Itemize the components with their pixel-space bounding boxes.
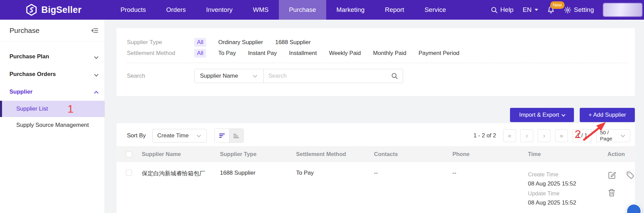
bigseller-logo-icon	[25, 4, 38, 16]
first-page-button[interactable]: «	[503, 129, 516, 142]
chevron-up-icon	[94, 91, 98, 95]
settlement-option-instant-pay[interactable]: Instant Pay	[248, 50, 277, 57]
nav-item-orders[interactable]: Orders	[156, 0, 196, 20]
sidebar-item-supply-source-management[interactable]: Supply Source Management	[0, 117, 105, 133]
settlement-option-to-pay[interactable]: To Pay	[218, 50, 236, 57]
notifications-button[interactable]: New	[547, 6, 555, 14]
collapse-sidebar-icon[interactable]	[91, 27, 98, 34]
sort-ascending-icon	[233, 132, 240, 139]
active-indicator-bar	[0, 101, 2, 117]
search-label: Search	[127, 73, 194, 79]
sidebar-subitem-label: Supply Source Management	[16, 122, 89, 129]
import-export-label: Import & Export	[519, 112, 559, 118]
nav-item-inventory[interactable]: Inventory	[196, 0, 243, 20]
sort-descending-icon	[219, 132, 225, 139]
main-content: Supplier Type All Ordinary Supplier 1688…	[105, 20, 644, 213]
pagination-range: 1 - 2 of 2	[473, 132, 496, 139]
sort-field-dropdown[interactable]: Create Time	[152, 129, 207, 142]
previous-page-button[interactable]: ‹	[520, 129, 533, 142]
search-icon[interactable]	[391, 73, 398, 79]
sidebar-item-label: Purchase Orders	[9, 71, 56, 78]
sidebar-header: Purchase	[0, 20, 105, 42]
chevron-down-icon	[197, 133, 201, 137]
cell-action	[607, 170, 635, 197]
column-time: Time	[528, 151, 607, 157]
sort-order-toggle	[215, 129, 244, 143]
chevron-down-icon	[94, 55, 98, 59]
last-page-button[interactable]: »	[555, 129, 568, 142]
row-checkbox[interactable]	[126, 170, 132, 176]
sort-descending-button[interactable]	[215, 129, 229, 142]
nav-item-service[interactable]: Service	[414, 0, 456, 20]
nav-item-report[interactable]: Report	[375, 0, 414, 20]
nav-item-wms[interactable]: WMS	[243, 0, 279, 20]
supplier-type-option-1688[interactable]: 1688 Supplier	[275, 39, 311, 46]
supplier-type-label: Supplier Type	[127, 39, 194, 46]
settlement-option-payment-period[interactable]: Payment Period	[419, 50, 460, 57]
settlement-method-label: Settlement Method	[127, 50, 194, 57]
tag-icon[interactable]	[626, 171, 635, 179]
chevron-down-icon	[561, 113, 565, 116]
settlement-option-monthly-paid[interactable]: Monthly Paid	[373, 50, 406, 57]
search-icon	[491, 6, 498, 14]
update-time-value: 08 Aug 2025 15:52	[528, 198, 607, 208]
nav-item-products[interactable]: Products	[110, 0, 156, 20]
cell-phone: --	[452, 170, 528, 176]
gear-icon	[564, 6, 572, 14]
brand[interactable]: BigSeller	[0, 4, 110, 16]
sort-by-label: Sort By	[127, 132, 146, 139]
tutorial-step-1-annotation: 1	[68, 103, 74, 114]
supplier-type-option-all[interactable]: All	[194, 38, 206, 47]
chevron-down-icon	[621, 133, 625, 137]
sort-ascending-button[interactable]	[229, 129, 243, 142]
language-label: EN	[523, 6, 531, 14]
nav-item-purchase[interactable]: Purchase	[279, 0, 326, 20]
import-export-button[interactable]: Import & Export	[510, 108, 574, 122]
settlement-method-filter: Settlement Method All To Pay Instant Pay…	[116, 48, 635, 59]
sidebar-item-supplier-list[interactable]: Supplier List 1	[0, 101, 105, 117]
chevron-down-icon	[535, 9, 538, 11]
sidebar-title: Purchase	[9, 26, 40, 35]
toolbar: Import & Export + Add Supplier	[510, 108, 635, 122]
help-label: Help	[500, 6, 513, 14]
sidebar-item-purchase-plan[interactable]: Purchase Plan	[0, 48, 105, 65]
chevron-down-icon	[253, 73, 257, 78]
create-time-label: Create Time	[528, 170, 607, 179]
select-all-checkbox[interactable]	[126, 151, 132, 157]
search-row: Search Supplier Name	[116, 69, 635, 83]
settlement-option-installment[interactable]: Installment	[289, 50, 317, 57]
chevron-down-icon	[94, 72, 98, 77]
sidebar-item-label: Supplier	[9, 89, 32, 95]
language-selector[interactable]: EN	[523, 6, 538, 14]
brand-name: BigSeller	[41, 5, 82, 15]
table-row: 保定白沟新城睿恰箱包厂 1688 Supplier To Pay -- -- C…	[116, 162, 635, 208]
sort-and-pagination-row: Sort By Create Time	[116, 128, 635, 143]
sidebar-item-supplier[interactable]: Supplier	[0, 83, 105, 101]
help-menu[interactable]: Help	[491, 6, 513, 14]
settings-menu[interactable]: Setting	[564, 6, 594, 14]
cell-supplier-name: 保定白沟新城睿恰箱包厂	[142, 170, 220, 177]
column-contacts: Contacts	[374, 151, 452, 157]
cell-contacts: --	[374, 170, 452, 176]
search-box	[264, 69, 403, 83]
top-nav: BigSeller Products Orders Inventory WMS …	[0, 0, 644, 20]
nav-item-marketing[interactable]: Marketing	[326, 0, 375, 20]
cell-time: Create Time 08 Aug 2025 15:52 Update Tim…	[528, 170, 607, 208]
next-page-button[interactable]: ›	[538, 129, 551, 142]
search-input[interactable]	[268, 73, 383, 79]
edit-icon[interactable]	[607, 171, 616, 179]
search-field-value: Supplier Name	[200, 73, 238, 79]
supplier-type-filter: Supplier Type All Ordinary Supplier 1688…	[116, 37, 635, 48]
search-field-selector[interactable]: Supplier Name	[194, 69, 264, 83]
sidebar-item-purchase-orders[interactable]: Purchase Orders	[0, 65, 105, 83]
cell-supplier-type: 1688 Supplier	[220, 170, 296, 176]
tutorial-arrow-annotation	[578, 115, 615, 142]
delete-icon[interactable]	[607, 188, 616, 197]
supplier-type-option-ordinary[interactable]: Ordinary Supplier	[218, 39, 263, 46]
column-phone: Phone	[452, 151, 528, 157]
sidebar-item-label: Purchase Plan	[9, 53, 49, 60]
avatar[interactable]	[603, 3, 642, 17]
settlement-option-all[interactable]: All	[194, 49, 206, 58]
bigseller-app: BigSeller Products Orders Inventory WMS …	[0, 0, 644, 213]
settlement-option-weekly-paid[interactable]: Weekly Paid	[329, 50, 361, 57]
